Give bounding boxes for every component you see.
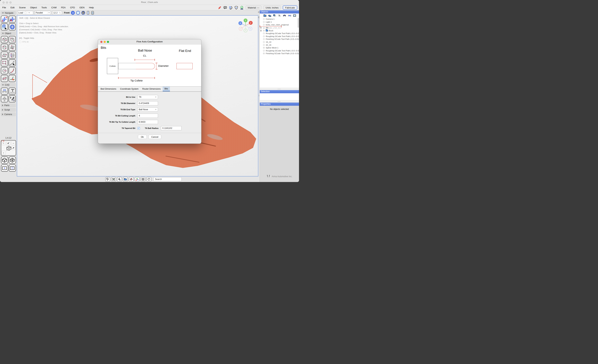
- axis-y-label[interactable]: Y: [245, 19, 246, 22]
- axis-neg-y-label[interactable]: Y: [245, 29, 246, 32]
- visibility-diamond-icon[interactable]: [263, 21, 265, 23]
- visibility-diamond-icon[interactable]: [263, 47, 265, 49]
- comments-icon[interactable]: [223, 6, 227, 9]
- object-item[interactable]: 16_10: [260, 41, 299, 44]
- collapse-panel-icon[interactable]: [258, 16, 259, 18]
- move-closest-tool-button[interactable]: [1, 16, 8, 23]
- object-item[interactable]: Roughing GCode Tool Path (-0.0--0.0): [260, 32, 299, 35]
- cancel-button[interactable]: Cancel: [149, 135, 161, 139]
- tip-to-collete-length-input[interactable]: [137, 120, 158, 124]
- menu-item[interactable]: Scene: [17, 6, 28, 9]
- menu-item[interactable]: CFD: [68, 6, 77, 9]
- material-button[interactable]: Material: ---: [246, 6, 261, 10]
- axis-x-label[interactable]: X: [240, 22, 241, 25]
- bit-to-use-select[interactable]: T6▼: [137, 95, 158, 99]
- skew-plane-tool-button[interactable]: [1, 51, 8, 59]
- selection-panel-header[interactable]: Selection: [260, 90, 299, 93]
- visibility-diamond-icon[interactable]: [263, 53, 265, 55]
- object-item[interactable]: Camera 1: [260, 18, 299, 21]
- zebra-analysis-button[interactable]: [81, 11, 85, 15]
- boolean-intersect-icon[interactable]: [278, 14, 281, 17]
- section-camera[interactable]: Camera: [1, 112, 16, 116]
- boolean-subtract-icon[interactable]: [273, 14, 276, 17]
- visibility-diamond-icon[interactable]: [263, 33, 265, 34]
- wireframe-cube-view-button[interactable]: [9, 157, 16, 164]
- ok-button[interactable]: Ok: [138, 135, 147, 139]
- select-tool-button[interactable]: [1, 23, 8, 30]
- ball-radius-input[interactable]: [161, 126, 182, 130]
- menu-item[interactable]: Edit: [8, 6, 17, 9]
- orientation-cube-icon[interactable]: [6, 145, 12, 152]
- flat-view-button[interactable]: [76, 11, 80, 15]
- joint-tool-button[interactable]: [9, 88, 16, 95]
- object-item[interactable]: Buck: [260, 29, 299, 32]
- rotate-object-icon[interactable]: [288, 14, 291, 17]
- expander-icon[interactable]: [260, 30, 261, 31]
- object-item[interactable]: Roughing GCode Tool Path (-0.0--0.0): [260, 49, 299, 52]
- section-script[interactable]: Script: [1, 108, 16, 112]
- axis-neg-z-label[interactable]: Z: [240, 28, 241, 30]
- cylinder-axis-button[interactable]: [86, 11, 90, 15]
- pane-resize-handle[interactable]: •••: [260, 100, 299, 103]
- dialog-tab[interactable]: Coordinate System: [118, 86, 140, 91]
- axis-gizmo[interactable]: X Y Z Z Y X: [236, 18, 255, 33]
- visibility-diamond-icon[interactable]: [263, 35, 265, 37]
- dialog-tab[interactable]: Router Dimensions: [140, 86, 162, 91]
- dialog-tab[interactable]: Bits: [163, 86, 170, 91]
- axes-origin-button[interactable]: YZX: [135, 177, 140, 182]
- search-input[interactable]: [153, 177, 182, 181]
- dialog-tab[interactable]: Bed Dimensions: [99, 86, 118, 91]
- properties-panel-header[interactable]: Properties: [260, 103, 299, 106]
- menu-item[interactable]: Object: [28, 6, 39, 9]
- section-object[interactable]: Object: [1, 32, 16, 35]
- object-item[interactable]: body_rear_clam_origional: [260, 23, 299, 26]
- visibility-diamond-icon[interactable]: [263, 18, 265, 20]
- mirror-tool-button[interactable]: [1, 95, 8, 102]
- rocket-icon[interactable]: [218, 6, 222, 9]
- axis-neg-x-label[interactable]: X: [250, 28, 251, 30]
- pick-tool-button[interactable]: [117, 177, 122, 182]
- folder-icon[interactable]: [264, 14, 266, 17]
- pan-right-button[interactable]: →: [11, 141, 15, 145]
- menu-item[interactable]: CAM: [49, 6, 59, 9]
- rectangle-tool-button[interactable]: [1, 59, 8, 66]
- tube-tool-button[interactable]: [1, 75, 8, 82]
- section-navigate[interactable]: Navigate: [1, 11, 16, 15]
- bit-cutting-length-input[interactable]: [137, 114, 158, 118]
- history-queue-icon[interactable]: [229, 6, 233, 9]
- visibility-diamond-icon[interactable]: [263, 44, 265, 46]
- orbit-tool-button[interactable]: [9, 23, 16, 30]
- quad-view-layout-button[interactable]: ★★★★: [9, 165, 16, 172]
- visibility-diamond-icon[interactable]: [263, 38, 265, 40]
- visibility-diamond-icon[interactable]: [263, 27, 265, 29]
- fabricate-button[interactable]: Fabricate: [283, 6, 297, 10]
- folder-button[interactable]: [123, 177, 128, 182]
- grid-toggle-button[interactable]: [141, 177, 145, 182]
- mirror-off-button[interactable]: [129, 177, 133, 182]
- object-item[interactable]: Spline Mesh 1: [260, 46, 299, 49]
- lathe-mesh-tool-button[interactable]: [9, 51, 16, 59]
- units-button[interactable]: Units: inches: [263, 6, 281, 10]
- shaded-view-button[interactable]: [71, 11, 75, 15]
- pane-resize-handle[interactable]: •••: [260, 88, 299, 90]
- objects-panel-header[interactable]: Objects: [260, 10, 299, 14]
- single-view-layout-button[interactable]: ★: [1, 165, 8, 172]
- polyline-tool-button[interactable]: [9, 59, 16, 66]
- menu-item[interactable]: GEN: [77, 6, 87, 9]
- bit-diameter-input[interactable]: [137, 101, 158, 105]
- visibility-diamond-icon[interactable]: [263, 24, 265, 26]
- projection-dropdown[interactable]: Parallel ▼: [35, 11, 51, 15]
- object-item[interactable]: Bit: [260, 26, 299, 29]
- view-back-left-button[interactable]: ↙: [6, 141, 10, 145]
- shield-star-icon[interactable]: ★: [234, 6, 238, 9]
- move-tool-button[interactable]: [9, 16, 16, 23]
- surface-bend-icon[interactable]: [283, 14, 286, 17]
- object-item[interactable]: Light 1: [260, 21, 299, 24]
- box-tool-button[interactable]: [1, 36, 8, 43]
- tapered-bit-checkbox[interactable]: ✓: [137, 127, 140, 130]
- load-dropdown[interactable]: Load ▼: [17, 11, 33, 15]
- solid-cube-view-button[interactable]: [1, 157, 8, 164]
- bounding-box-icon[interactable]: [293, 14, 296, 17]
- refresh-button[interactable]: [147, 177, 151, 182]
- object-item[interactable]: 32_16: [260, 43, 299, 46]
